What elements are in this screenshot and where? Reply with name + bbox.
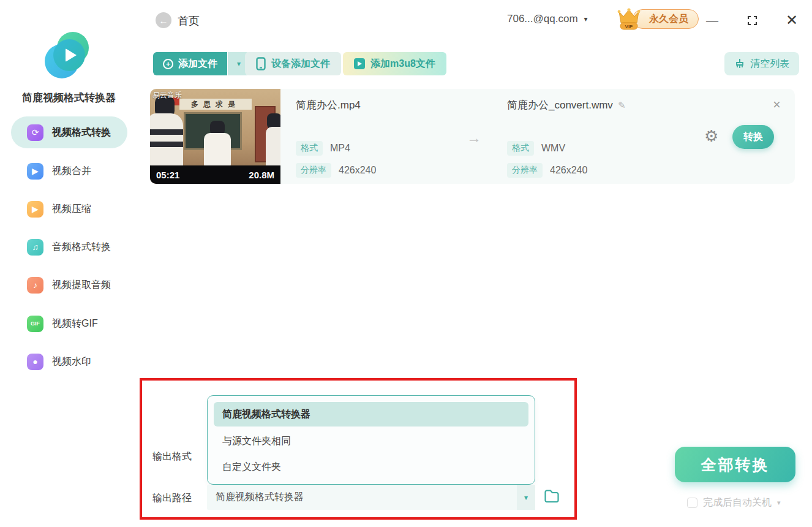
- format-badge: 格式: [296, 141, 323, 156]
- logo-play-circle: [53, 39, 85, 71]
- resolution-badge: 分辨率: [507, 163, 543, 178]
- add-m3u8-label: 添加m3u8文件: [370, 58, 435, 70]
- arrow-right-icon: →: [467, 129, 481, 146]
- output-path-label: 输出路径: [152, 492, 192, 505]
- sidebar-item-label: 视频合并: [52, 165, 91, 178]
- app-title: 简鹿视频格式转换器: [0, 91, 138, 105]
- dropdown-option[interactable]: 与源文件夹相同: [214, 429, 528, 453]
- convert-all-button[interactable]: 全部转换: [675, 447, 795, 482]
- minimize-icon: —: [706, 13, 718, 28]
- account-menu[interactable]: 706...@qq.com ▾: [507, 13, 588, 25]
- chevron-down-icon: ▾: [584, 15, 588, 23]
- thumb-watermark: 易云音乐: [152, 90, 182, 100]
- sidebar-item-label: 音频格式转换: [52, 241, 111, 254]
- dropdown-option[interactable]: 自定义文件夹: [214, 455, 528, 479]
- convert-label: 转换: [743, 131, 763, 143]
- thumb-person: [204, 133, 231, 167]
- output-path-select[interactable]: 简鹿视频格式转换器 ▾: [207, 485, 535, 510]
- account-email: 706...@qq.com: [507, 13, 578, 25]
- video-duration: 05:21: [156, 170, 179, 180]
- maximize-button[interactable]: [743, 11, 761, 29]
- sidebar-item-video-compress[interactable]: ▶ 视频压缩: [11, 193, 127, 225]
- video-thumbnail[interactable]: 多思求是 易云音乐 白云是蓝天正在放的风筝 The clouds are the…: [150, 89, 280, 184]
- gif-icon: GIF: [27, 316, 43, 332]
- output-format-label: 输出格式: [152, 450, 192, 463]
- add-file-split-button: + 添加文件 ▾: [153, 52, 250, 75]
- add-file-button[interactable]: + 添加文件: [153, 52, 227, 75]
- sidebar-item-label: 视频水印: [52, 355, 91, 368]
- sidebar-item-video-format-convert[interactable]: ⟳ 视频格式转换: [11, 116, 127, 148]
- merge-icon: ▶: [27, 163, 43, 180]
- add-m3u8-button[interactable]: 添加m3u8文件: [343, 52, 446, 75]
- vip-badge[interactable]: VIP 永久会员: [615, 8, 699, 30]
- minimize-button[interactable]: —: [703, 11, 721, 29]
- thumb-banner-text: 多思求是: [179, 99, 252, 110]
- close-icon: ✕: [786, 12, 798, 29]
- thumb-info-bar: 05:21 20.8M: [150, 165, 280, 184]
- resolution-badge: 分辨率: [296, 163, 331, 178]
- remove-file-icon[interactable]: ×: [773, 97, 781, 113]
- thumb-person: [266, 127, 280, 167]
- breadcrumb-home: 首页: [178, 13, 200, 28]
- target-resolution-value: 426x240: [550, 165, 587, 176]
- open-folder-button[interactable]: [544, 489, 560, 506]
- vip-label: 永久会员: [633, 9, 699, 29]
- folder-icon: [544, 489, 560, 504]
- chevron-down-icon: ▾: [777, 499, 781, 507]
- thumb-person: [150, 113, 183, 170]
- sidebar-item-video-to-gif[interactable]: GIF 视频转GIF: [11, 308, 127, 339]
- sidebar-item-label: 视频格式转换: [52, 126, 111, 139]
- target-format-value: WMV: [541, 143, 565, 154]
- auto-shutdown-label: 完成后自动关机: [703, 496, 772, 509]
- clear-list-label: 清空列表: [750, 58, 789, 70]
- edit-filename-icon[interactable]: ✎: [618, 100, 626, 111]
- sidebar-item-audio-format-convert[interactable]: ♫ 音频格式转换: [11, 231, 127, 263]
- target-filename: 简鹿办公_convert.wmv: [507, 98, 613, 112]
- phone-icon: [256, 57, 266, 70]
- source-format-value: MP4: [330, 143, 350, 154]
- auto-shutdown-checkbox[interactable]: [687, 498, 697, 508]
- back-button[interactable]: ←: [156, 12, 171, 28]
- logo-play-icon: [66, 48, 77, 62]
- item-settings-gear-icon[interactable]: ⚙: [704, 127, 718, 146]
- device-add-file-button[interactable]: 设备添加文件: [245, 52, 341, 75]
- audio-convert-icon: ♫: [27, 239, 43, 256]
- source-filename: 简鹿办公.mp4: [296, 98, 361, 112]
- video-file-icon: [354, 58, 365, 69]
- crown-icon: VIP: [615, 7, 642, 31]
- maximize-icon: [748, 16, 757, 25]
- source-resolution-value: 426x240: [339, 165, 376, 176]
- convert-icon: ⟳: [27, 124, 43, 141]
- extract-audio-icon: ♪: [27, 277, 43, 294]
- svg-text:VIP: VIP: [625, 24, 634, 29]
- chevron-down-icon: ▾: [237, 59, 241, 68]
- sidebar: 简鹿视频格式转换器 ⟳ 视频格式转换 ▶ 视频合并 ▶ 视频压缩 ♫ 音频格式转…: [0, 0, 138, 527]
- add-file-label: 添加文件: [178, 58, 217, 70]
- output-path-dropdown-panel: 简鹿视频格式转换器 与源文件夹相同 自定义文件夹: [207, 395, 535, 485]
- app-logo: [0, 32, 138, 91]
- sidebar-item-extract-audio[interactable]: ♪ 视频提取音频: [11, 269, 127, 301]
- sidebar-item-label: 视频压缩: [52, 203, 91, 216]
- output-path-value: 简鹿视频格式转换器: [207, 491, 517, 504]
- plus-icon: +: [163, 59, 173, 69]
- compress-icon: ▶: [27, 201, 43, 218]
- sidebar-item-video-merge[interactable]: ▶ 视频合并: [11, 155, 127, 187]
- back-icon: ←: [159, 15, 168, 26]
- format-badge: 格式: [507, 141, 534, 156]
- chevron-down-icon: ▾: [517, 485, 535, 510]
- sidebar-item-label: 视频转GIF: [52, 317, 98, 330]
- dropdown-option-selected[interactable]: 简鹿视频格式转换器: [214, 402, 528, 427]
- device-add-file-label: 设备添加文件: [271, 58, 330, 70]
- video-filesize: 20.8M: [249, 170, 274, 180]
- clear-list-button[interactable]: 清空列表: [724, 52, 799, 75]
- broom-icon: [734, 58, 745, 69]
- close-button[interactable]: ✕: [783, 11, 801, 29]
- sidebar-item-video-watermark[interactable]: ● 视频水印: [11, 346, 127, 377]
- convert-all-label: 全部转换: [701, 455, 770, 475]
- sidebar-item-label: 视频提取音频: [52, 279, 111, 292]
- watermark-icon: ●: [27, 354, 43, 370]
- auto-shutdown-control[interactable]: 完成后自动关机 ▾: [687, 496, 781, 509]
- convert-button[interactable]: 转换: [732, 125, 774, 149]
